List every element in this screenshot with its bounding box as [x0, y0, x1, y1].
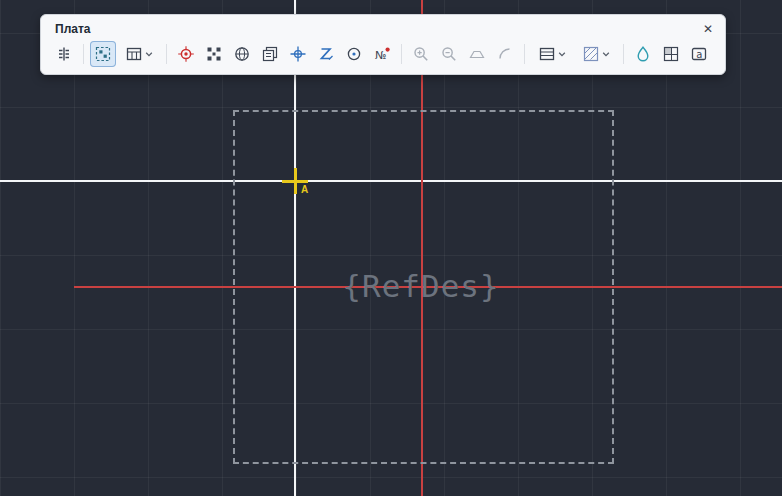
region-icon	[345, 45, 363, 63]
zoom-out-button	[436, 41, 462, 67]
hatch-fill-icon	[582, 45, 600, 63]
chevron-down-icon	[145, 50, 153, 58]
layer-stack-button[interactable]	[257, 41, 283, 67]
z-trace-button[interactable]	[313, 41, 339, 67]
via-matrix-icon	[205, 45, 223, 63]
z-trace-icon	[317, 45, 335, 63]
chevron-down-icon	[558, 50, 566, 58]
region-button[interactable]	[341, 41, 367, 67]
arc-chord-icon	[468, 45, 486, 63]
table-view-icon	[125, 45, 143, 63]
toolbar-icon-row: №	[41, 39, 725, 74]
toolbar-separator	[623, 44, 624, 64]
zoom-in-button	[408, 41, 434, 67]
copper-area-icon	[662, 45, 680, 63]
svg-text:№: №	[375, 49, 386, 62]
arc-button	[492, 41, 518, 67]
toolbar-separator	[401, 44, 402, 64]
snap-crosshair-icon	[289, 45, 307, 63]
toolbar-separator	[524, 44, 525, 64]
table-view-dropdown-button[interactable]	[118, 41, 160, 67]
svg-text:a: a	[696, 49, 702, 60]
toolbar-separator	[83, 44, 84, 64]
copper-area-button[interactable]	[658, 41, 684, 67]
hatch-fill-dropdown-button[interactable]	[575, 41, 617, 67]
droplet-icon	[634, 45, 652, 63]
arc-chord-button	[464, 41, 490, 67]
anchor-label: A	[301, 184, 308, 195]
layer-select-dropdown-button[interactable]	[531, 41, 573, 67]
board-toolbar-window[interactable]: Плата ✕	[40, 14, 726, 75]
window-title: Плата	[55, 22, 90, 36]
via-matrix-button[interactable]	[201, 41, 227, 67]
placement-grid-icon	[94, 45, 112, 63]
refdes-label: {RefDes}	[342, 268, 499, 304]
pad-target-icon	[177, 45, 195, 63]
chevron-down-icon	[602, 50, 610, 58]
snap-crosshair-button[interactable]	[285, 41, 311, 67]
layer-select-icon	[538, 45, 556, 63]
text-label-button[interactable]: a	[686, 41, 712, 67]
numbering-button[interactable]: №	[369, 41, 395, 67]
toolbar-titlebar[interactable]: Плата ✕	[41, 15, 725, 39]
pin-contacts-icon	[55, 45, 73, 63]
anchor-cross-vertical	[294, 168, 297, 194]
close-icon[interactable]: ✕	[699, 20, 717, 38]
placement-grid-button[interactable]	[90, 41, 116, 67]
pin-contacts-button[interactable]	[51, 41, 77, 67]
toolbar-separator	[166, 44, 167, 64]
droplet-button[interactable]	[630, 41, 656, 67]
text-label-icon: a	[690, 45, 708, 63]
layer-stack-icon	[261, 45, 279, 63]
sphere-button[interactable]	[229, 41, 255, 67]
sphere-icon	[233, 45, 251, 63]
zoom-out-icon	[440, 45, 458, 63]
pcb-editor-screen: {RefDes} A Плата ✕	[0, 0, 782, 496]
arc-icon	[496, 45, 514, 63]
zoom-in-icon	[412, 45, 430, 63]
numbering-icon: №	[373, 45, 391, 63]
pad-target-button[interactable]	[173, 41, 199, 67]
